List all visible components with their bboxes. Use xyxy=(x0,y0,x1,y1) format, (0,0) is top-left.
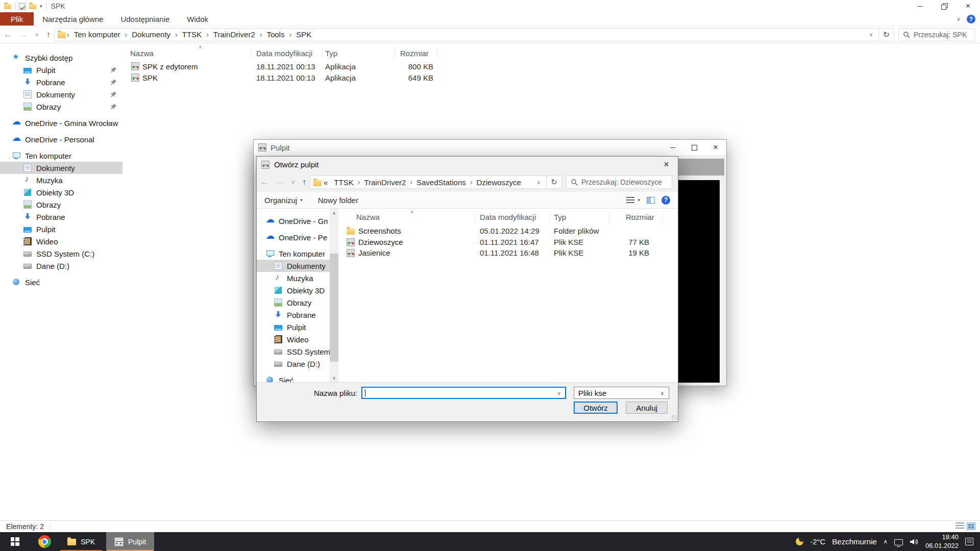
sidebar-item-onedrive-gmina[interactable]: OneDrive - Gmina Wrocław xyxy=(0,117,122,129)
details-view-icon[interactable] xyxy=(955,522,964,530)
clock[interactable]: 18:40 06.01.2022 xyxy=(925,533,959,550)
properties-icon[interactable] xyxy=(19,3,26,10)
hidden-icons-chevron[interactable]: ∧ xyxy=(884,538,888,545)
volume-icon[interactable] xyxy=(910,538,919,546)
minimize-button[interactable] xyxy=(662,140,683,155)
sidebar-item-dokumenty-pc[interactable]: Dokumenty xyxy=(0,162,122,174)
sidebar-item-pobrane[interactable]: Pobrane xyxy=(257,309,338,321)
sidebar-item-szybki-dostep[interactable]: Szybki dostęp xyxy=(0,52,122,64)
file-row[interactable]: Jasienice 01.11.2021 16:48 Plik KSE 19 K… xyxy=(338,247,663,258)
taskbar-chrome-button[interactable] xyxy=(30,532,59,551)
breadcrumb-segment[interactable]: SPK xyxy=(291,30,316,39)
filename-input[interactable] xyxy=(362,388,553,398)
refresh-icon[interactable]: ↻ xyxy=(879,28,894,41)
forward-icon[interactable]: → xyxy=(276,178,284,186)
tab-plik[interactable]: Plik xyxy=(0,12,34,26)
sidebar-item-ten-komputer[interactable]: Ten komputer xyxy=(257,247,338,260)
new-folder-icon[interactable] xyxy=(29,4,36,9)
tab-widok[interactable]: Widok xyxy=(178,12,217,26)
breadcrumb-segment[interactable]: TTSK xyxy=(178,30,206,39)
filetype-select[interactable]: Pliki kse ∨ xyxy=(574,387,669,399)
sidebar-item-wideo[interactable]: Wideo xyxy=(257,333,338,345)
tab-narzedzia-glowne[interactable]: Narzędzia główne xyxy=(34,12,112,26)
column-header-data[interactable]: Data modyfikacji xyxy=(475,212,550,222)
thumbnails-view-icon[interactable] xyxy=(967,522,975,530)
breadcrumb-segment[interactable]: Dziewoszyce xyxy=(472,178,525,187)
sidebar-item-dane-d[interactable]: Dane (D:) xyxy=(257,358,338,370)
qat-dropdown-icon[interactable]: ▾ xyxy=(40,4,42,9)
scroll-down-icon[interactable]: ∨ xyxy=(330,373,338,382)
resize-grip[interactable] xyxy=(672,415,677,420)
views-icon[interactable] xyxy=(626,197,634,204)
breadcrumb-segment[interactable]: SavedStations xyxy=(412,178,470,187)
dialog-search-input[interactable] xyxy=(581,178,668,186)
organize-button[interactable]: Organizuj xyxy=(264,196,297,205)
sidebar-item-dane-d[interactable]: Dane (D:) xyxy=(0,260,122,272)
sidebar-item-ten-komputer[interactable]: Ten komputer xyxy=(0,149,122,162)
open-button[interactable]: Otwórz xyxy=(574,402,618,414)
sidebar-item-dokumenty[interactable]: Dokumenty xyxy=(0,88,122,101)
sidebar-item-obiekty-3d[interactable]: Obiekty 3D xyxy=(0,186,122,198)
weather-condition[interactable]: Bezchmurnie xyxy=(832,537,877,546)
cancel-button[interactable]: Anuluj xyxy=(626,402,668,414)
sidebar-item-ssd-system-c[interactable]: SSD System (C:) xyxy=(257,345,338,358)
taskbar-pulpit-button[interactable]: Pulpit xyxy=(106,532,154,551)
sidebar-item-pobrane-pc[interactable]: Pobrane xyxy=(0,211,122,223)
network-tray-icon[interactable] xyxy=(894,539,903,545)
new-folder-button[interactable]: Nowy folder xyxy=(318,196,358,205)
tab-udostepnianie[interactable]: Udostępnianie xyxy=(112,12,178,26)
column-header-nazwa[interactable]: Nazwa∧ xyxy=(130,47,252,59)
breadcrumb-segment[interactable]: Ten komputer xyxy=(69,30,125,39)
column-header-nazwa[interactable]: Nazwa∧ xyxy=(338,212,475,222)
sidebar-item-pobrane[interactable]: Pobrane xyxy=(0,76,122,88)
back-icon[interactable]: ← xyxy=(4,31,12,39)
column-header-typ[interactable]: Typ xyxy=(550,212,609,222)
scrollbar-thumb[interactable] xyxy=(330,254,338,362)
sidebar-item-pulpit[interactable]: Pulpit xyxy=(257,321,338,333)
forward-icon[interactable]: → xyxy=(19,31,28,39)
search-box[interactable] xyxy=(898,28,975,41)
close-button[interactable]: × xyxy=(705,140,726,155)
restore-button[interactable] xyxy=(932,0,956,12)
taskbar-spk-button[interactable]: SPK xyxy=(59,532,103,551)
file-row[interactable]: Dziewoszyce 01.11.2021 16:47 Plik KSE 77… xyxy=(338,237,663,247)
close-icon[interactable]: × xyxy=(655,157,678,172)
back-icon[interactable]: ← xyxy=(260,178,268,186)
sidebar-item-dokumenty[interactable]: Dokumenty xyxy=(257,260,338,272)
column-header-typ[interactable]: Typ xyxy=(323,47,396,59)
breadcrumb-segment[interactable]: TTSK xyxy=(330,178,357,187)
recent-locations-icon[interactable]: ∨ xyxy=(35,32,39,37)
sidebar-item-onedrive-gmina[interactable]: OneDrive - Gmina xyxy=(257,215,338,227)
scroll-up-icon[interactable]: ∧ xyxy=(330,209,338,217)
breadcrumb-segment[interactable]: TrainDriver2 xyxy=(360,178,410,187)
sidebar-item-siec[interactable]: Sieć xyxy=(257,374,338,382)
chevron-down-icon[interactable]: ∨ xyxy=(553,390,565,396)
help-icon[interactable]: ? xyxy=(967,15,975,23)
file-row[interactable]: Screenshots 05.01.2022 14:29 Folder plik… xyxy=(338,226,663,236)
search-input[interactable] xyxy=(914,31,970,39)
up-icon[interactable]: ↑ xyxy=(46,31,51,39)
sidebar-item-obrazy[interactable]: Obrazy xyxy=(257,296,338,309)
column-header-rozmiar[interactable]: Rozmiar xyxy=(396,47,437,59)
close-button[interactable]: × xyxy=(956,0,980,12)
sidebar-item-siec[interactable]: Sieć xyxy=(0,276,122,288)
column-header-data[interactable]: Data modyfikacji xyxy=(252,47,323,59)
maximize-button[interactable] xyxy=(683,140,705,155)
recent-locations-icon[interactable]: ∨ xyxy=(291,180,295,185)
sidebar-item-muzyka[interactable]: Muzyka xyxy=(257,272,338,284)
sidebar-item-obrazy[interactable]: Obrazy xyxy=(0,101,122,113)
temperature[interactable]: -2°C xyxy=(810,537,825,546)
breadcrumb-overflow[interactable]: « xyxy=(322,178,330,187)
sidebar-item-ssd-system-c[interactable]: SSD System (C:) xyxy=(0,247,122,260)
sidebar-item-obrazy-pc[interactable]: Obrazy xyxy=(0,198,122,211)
sidebar-item-wideo[interactable]: Wideo xyxy=(0,235,122,247)
ribbon-expand-icon[interactable]: ∨ xyxy=(957,16,961,22)
sidebar-item-onedrive-personal[interactable]: OneDrive - Person xyxy=(257,231,338,243)
sidebar-item-obiekty-3d[interactable]: Obiekty 3D xyxy=(257,284,338,296)
breadcrumb-dropdown-icon[interactable]: ∨ xyxy=(532,180,545,185)
filename-field[interactable]: ∨ xyxy=(361,387,566,399)
breadcrumb[interactable]: › Ten komputer › Dokumenty › TTSK › Trai… xyxy=(54,28,879,41)
dialog-search-box[interactable] xyxy=(566,176,672,189)
minimize-button[interactable] xyxy=(908,0,932,12)
refresh-icon[interactable]: ↻ xyxy=(547,176,562,189)
